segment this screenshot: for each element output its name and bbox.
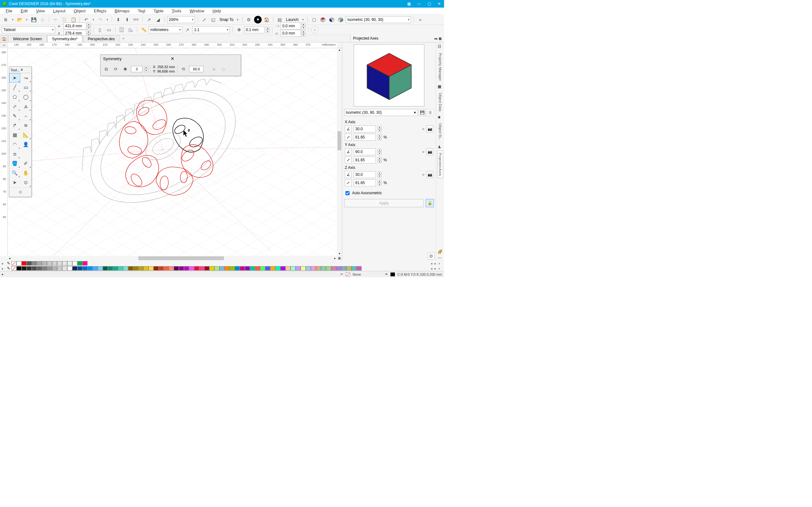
palette1-scroll-right[interactable]: ▸: [435, 262, 438, 265]
color-swatch[interactable]: [42, 266, 47, 271]
color-swatch[interactable]: [148, 266, 154, 271]
tab-symmetry[interactable]: Symmetry.des*: [47, 35, 82, 42]
pick-tool[interactable]: ➤: [9, 73, 20, 83]
doc-icon[interactable]: ▦: [407, 2, 411, 6]
3d-tool[interactable]: ⧈: [9, 149, 20, 159]
y-radio[interactable]: ○: [422, 150, 424, 154]
projection-select[interactable]: Isometric (30, 90, 30): [346, 16, 411, 23]
vtab-objst-icon[interactable]: ◈: [438, 115, 443, 120]
y-scale-input[interactable]: [354, 157, 376, 164]
color-swatch[interactable]: [103, 266, 108, 271]
color-swatch[interactable]: [159, 266, 164, 271]
toolbox-close-icon[interactable]: ✕: [20, 68, 30, 72]
arrow-tool[interactable]: ⬀: [9, 102, 20, 111]
overflow-button[interactable]: »: [416, 16, 424, 23]
color-swatch[interactable]: [281, 266, 286, 271]
color-swatch[interactable]: [108, 266, 113, 271]
snap-shape-icon[interactable]: ◱: [209, 16, 217, 23]
redo-dropdown[interactable]: ▾: [105, 18, 109, 21]
color-swatch[interactable]: [143, 266, 148, 271]
connector-tool[interactable]: ↱: [9, 121, 20, 130]
tab-welcome[interactable]: Welcome Screen: [8, 35, 47, 42]
palette2-brush-icon[interactable]: ✎: [6, 266, 11, 271]
color-swatch[interactable]: [184, 266, 189, 271]
vtab-object-styles[interactable]: Object St...: [438, 121, 443, 143]
z-angle-input[interactable]: [354, 171, 376, 178]
color-swatch[interactable]: [32, 266, 37, 271]
vtab-property-manager[interactable]: Property Manager: [438, 51, 443, 83]
color-swatch[interactable]: [37, 261, 42, 266]
outline-swatch[interactable]: [391, 273, 395, 276]
color-swatch[interactable]: [42, 261, 47, 266]
color-swatch[interactable]: [27, 266, 32, 271]
color-swatch[interactable]: [235, 266, 240, 271]
color-swatch[interactable]: [83, 261, 88, 266]
color-swatch[interactable]: [78, 261, 83, 266]
snap-to-label[interactable]: Snap To: [218, 17, 235, 22]
horizontal-scrollbar[interactable]: ◂ ▸ ⊕: [0, 256, 342, 261]
color-swatch[interactable]: [123, 266, 128, 271]
menu-bitmaps[interactable]: Bitmaps: [111, 8, 133, 14]
vtab-object-data[interactable]: Object Data: [438, 91, 443, 113]
color-swatch[interactable]: [250, 266, 255, 271]
ruler-horizontal[interactable]: 1401501601701801902002102202302402502602…: [8, 43, 337, 48]
save-preset-icon[interactable]: 💾: [419, 109, 426, 116]
home-button[interactable]: 🏠: [263, 16, 270, 23]
color-swatch[interactable]: [296, 266, 301, 271]
copy-button[interactable]: ⿻: [61, 16, 68, 23]
color-swatch[interactable]: [52, 261, 57, 266]
color-swatch[interactable]: [306, 266, 311, 271]
callout-tool[interactable]: ◠: [9, 140, 20, 149]
color-swatch[interactable]: [118, 266, 123, 271]
menu-tools[interactable]: Tools: [168, 8, 185, 14]
fill-tool[interactable]: 🪣: [9, 159, 20, 168]
page-current-icon[interactable]: ▯₁: [127, 26, 135, 34]
rectangle-tool[interactable]: ▭: [20, 83, 32, 92]
x-angle-input[interactable]: [354, 125, 376, 132]
color-swatch[interactable]: [78, 266, 83, 271]
color-swatch[interactable]: [133, 266, 138, 271]
undo-button[interactable]: ↶: [83, 16, 90, 23]
color-swatch[interactable]: [138, 266, 143, 271]
color-swatch[interactable]: [316, 266, 321, 271]
page-width-input[interactable]: [63, 22, 86, 30]
sym-rotate-icon[interactable]: ⟳: [112, 65, 119, 73]
drawing-canvas[interactable]: ⫼ Tool...✕ ➤ ↝ ╱ ▭ ⬠ ◯ ⬀ A ✎: [8, 48, 337, 256]
shape-tool[interactable]: ↝: [20, 73, 32, 83]
vtab-prop-icon[interactable]: ☷: [438, 44, 443, 49]
color-swatch[interactable]: [301, 266, 306, 271]
color-swatch[interactable]: [179, 266, 184, 271]
y-angle-spinner[interactable]: ▴▾: [378, 149, 382, 155]
color-swatch[interactable]: [57, 261, 62, 266]
page-preset-select[interactable]: Tabloid: [2, 26, 55, 33]
menu-text[interactable]: Text: [134, 8, 149, 14]
plane-front-icon[interactable]: [328, 16, 336, 23]
ruler-vertical[interactable]: 1801701601501401301201101009080706050: [0, 48, 8, 256]
page-all-icon[interactable]: ⿲: [118, 26, 125, 34]
lock-button[interactable]: 🔒: [426, 199, 434, 207]
zoom-tool[interactable]: 🔍: [9, 168, 20, 178]
color-swatch[interactable]: [32, 261, 37, 266]
launch-dropdown[interactable]: ▾: [301, 18, 305, 21]
palette2-expand[interactable]: »: [438, 267, 442, 270]
snapto-dropdown[interactable]: ▾: [236, 18, 240, 21]
color-swatch[interactable]: [62, 266, 67, 271]
color-swatch[interactable]: [164, 266, 169, 271]
x-angle-spinner[interactable]: ▴▾: [378, 126, 382, 132]
launch-label[interactable]: Launch: [285, 17, 300, 22]
polygon-tool[interactable]: ⬠: [9, 92, 20, 102]
dup-x-input[interactable]: [281, 22, 301, 30]
color-swatch[interactable]: [341, 266, 346, 271]
eyedropper-tool[interactable]: ✐: [20, 159, 32, 168]
symmetry-close-icon[interactable]: ✕: [171, 56, 238, 61]
ruler-corner[interactable]: 18: [0, 43, 8, 48]
auto-axo-checkbox[interactable]: [345, 191, 350, 195]
units-select[interactable]: millimeters: [149, 26, 183, 33]
vtab-proj-icon[interactable]: ◮: [438, 144, 443, 149]
status-expand-icon[interactable]: ▸: [2, 272, 4, 276]
plane-right-icon[interactable]: [337, 16, 345, 23]
color-swatch[interactable]: [72, 261, 78, 266]
palette1-expand[interactable]: »: [438, 262, 442, 265]
plane-top-icon[interactable]: [319, 16, 327, 23]
table-tool[interactable]: ▦: [9, 130, 20, 140]
